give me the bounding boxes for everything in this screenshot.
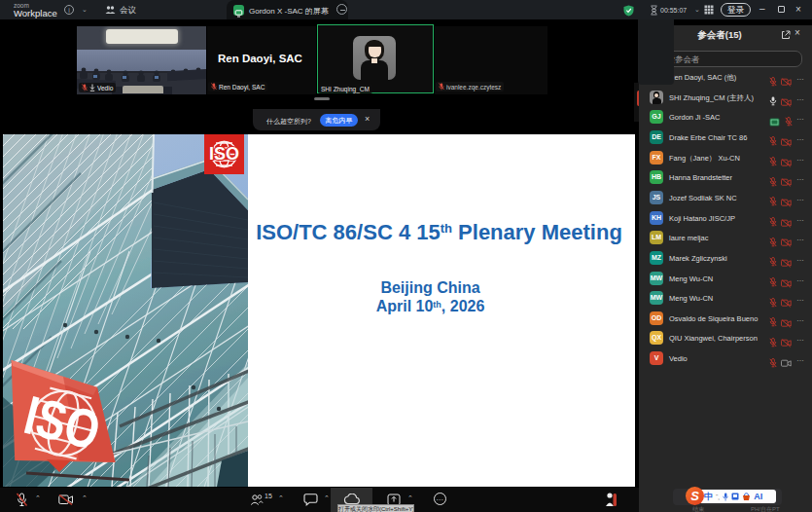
svg-text:ISO: ISO (209, 144, 239, 164)
